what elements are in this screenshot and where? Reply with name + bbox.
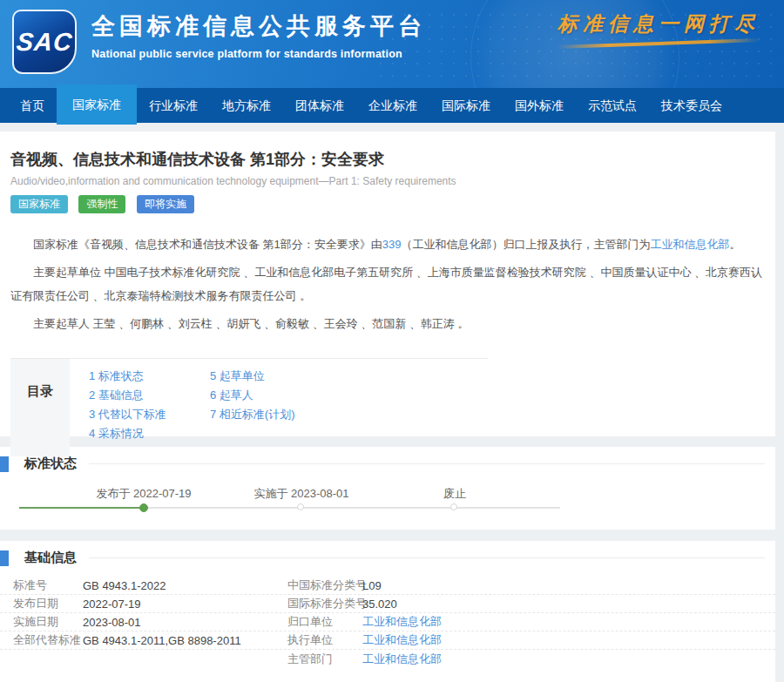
slogan-wrap: 标准信息一网打尽	[558, 10, 760, 45]
toc-item-basic-info[interactable]: 2 基础信息	[89, 386, 210, 405]
timeline-label-published: 发布于 2022-07-19	[96, 486, 191, 502]
standard-overview-block: 音视频、信息技术和通信技术设备 第1部分：安全要求 Audio/video,in…	[0, 132, 775, 436]
row-link-centralized-unit[interactable]: 工业和信息化部	[362, 614, 775, 630]
paragraph-drafters: 主要起草人 王莹 、何鹏林 、刘云柱 、胡妍飞 、俞毅敏 、王会玲 、范国新 、…	[10, 312, 765, 335]
basic-info-section: 基础信息 标准号 GB 4943.1-2022 中国标准分类号 L09 发布日期…	[0, 541, 775, 682]
nav-item-industry-standards[interactable]: 行业标准	[137, 88, 210, 123]
row-value-ccs-code: L09	[362, 579, 775, 592]
main-nav: 首页 国家标准 行业标准 地方标准 团体标准 企业标准 国际标准 国外标准 示范…	[0, 88, 784, 123]
row-link-competent-department[interactable]: 工业和信息化部	[362, 652, 775, 667]
row-label-standard-number: 标准号	[0, 577, 83, 593]
section-divider-line	[89, 463, 765, 464]
badge-upcoming-implementation: 即将实施	[137, 195, 194, 213]
paragraph-governance: 国家标准《音视频、信息技术和通信技术设备 第1部分：安全要求》由339（工业和信…	[10, 233, 765, 256]
paragraph-governance-suffix: 。	[730, 238, 741, 251]
row-link-executing-unit[interactable]: 工业和信息化部	[362, 632, 775, 648]
toc-columns: 1 标准状态 2 基础信息 3 代替以下标准 4 采标情况 5 起草单位 6 起…	[70, 359, 331, 456]
spacer	[0, 530, 784, 541]
toc-item-adoption-status[interactable]: 4 采标情况	[89, 424, 210, 443]
paragraph-governance-prefix: 国家标准《音视频、信息技术和通信技术设备 第1部分：安全要求》由	[33, 238, 382, 251]
nav-item-enterprise-standards[interactable]: 企业标准	[356, 88, 429, 123]
standard-status-section: 标准状态 发布于 2022-07-19 实施于 2023-08-01 废止	[0, 447, 775, 530]
row-label-replaced-standards: 全部代替标准	[0, 632, 83, 648]
timeline-label-implemented: 实施于 2023-08-01	[253, 486, 348, 502]
header-titles: 全国标准信息公共服务平台 National public service pla…	[91, 10, 426, 60]
nav-item-home[interactable]: 首页	[8, 88, 57, 123]
badge-row: 国家标准 强制性 即将实施	[10, 195, 765, 213]
section-marker	[0, 550, 9, 566]
table-row: 标准号 GB 4943.1-2022 中国标准分类号 L09	[0, 577, 775, 595]
sac-logo[interactable]: SAC	[12, 10, 77, 74]
row-label-centralized-unit: 归口单位	[287, 614, 362, 630]
row-label-publish-date: 发布日期	[0, 596, 83, 611]
site-header: SAC 全国标准信息公共服务平台 National public service…	[0, 0, 784, 88]
row-label-executing-unit: 执行单位	[287, 632, 362, 648]
standard-title-en: Audio/video,information and communicatio…	[10, 175, 765, 187]
toc-item-drafters[interactable]: 6 起草人	[210, 386, 331, 405]
section-divider-line	[89, 557, 765, 558]
paragraph-drafting-organizations: 主要起草单位 中国电子技术标准化研究院 、工业和信息化部电子第五研究所 、上海市…	[10, 260, 765, 307]
status-timeline: 发布于 2022-07-19 实施于 2023-08-01 废止	[0, 472, 775, 520]
nav-item-pilot-demos[interactable]: 示范试点	[576, 88, 649, 123]
badge-national-standard: 国家标准	[10, 195, 68, 213]
table-row: 主管部门 工业和信息化部	[0, 650, 775, 668]
row-value-standard-number: GB 4943.1-2022	[83, 579, 287, 592]
basic-info-section-title: 基础信息	[24, 550, 77, 566]
timeline-dot-published	[139, 503, 148, 512]
standard-title: 音视频、信息技术和通信技术设备 第1部分：安全要求	[10, 149, 765, 170]
toc-column-1: 1 标准状态 2 基础信息 3 代替以下标准 4 采标情况	[89, 367, 210, 456]
row-label-competent-department: 主管部门	[287, 652, 362, 667]
timeline-dot-abolished	[450, 503, 457, 510]
basic-info-table: 标准号 GB 4943.1-2022 中国标准分类号 L09 发布日期 2022…	[0, 577, 775, 668]
site-subtitle-en: National public service platform for sta…	[91, 48, 426, 60]
nav-item-international-standards[interactable]: 国际标准	[429, 88, 503, 123]
toc-label: 目录	[10, 359, 70, 456]
section-marker	[0, 456, 9, 472]
site-title: 全国标准信息公共服务平台	[91, 10, 426, 42]
timeline-track-completed	[19, 507, 144, 509]
toc-item-similar-standards[interactable]: 7 相近标准(计划)	[210, 405, 331, 424]
table-row: 实施日期 2023-08-01 归口单位 工业和信息化部	[0, 613, 775, 631]
nav-item-local-standards[interactable]: 地方标准	[210, 88, 283, 123]
toc-item-replaced-standards[interactable]: 3 代替以下标准	[89, 405, 210, 424]
timeline-dot-implemented	[297, 503, 304, 510]
row-label-implementation-date: 实施日期	[0, 614, 83, 630]
table-row: 发布日期 2022-07-19 国际标准分类号 35.020	[0, 595, 775, 613]
nav-item-technical-committees[interactable]: 技术委员会	[649, 88, 734, 123]
row-value-publish-date: 2022-07-19	[83, 598, 287, 611]
paragraph-governance-mid: （工业和信息化部）归口上报及执行，主管部门为	[402, 238, 651, 251]
row-label-ics-code: 国际标准分类号	[287, 596, 362, 611]
nav-item-group-standards[interactable]: 团体标准	[283, 88, 356, 123]
toc-item-standard-status[interactable]: 1 标准状态	[89, 367, 210, 386]
row-value-implementation-date: 2023-08-01	[83, 616, 287, 629]
link-miit[interactable]: 工业和信息化部	[651, 238, 730, 251]
basic-info-section-header: 基础信息	[0, 541, 775, 566]
toc-column-2: 5 起草单位 6 起草人 7 相近标准(计划)	[210, 367, 331, 456]
row-value-replaced-standards: GB 4943.1-2011,GB 8898-2011	[83, 634, 287, 647]
sac-logo-text: SAC	[15, 28, 74, 57]
table-row: 全部代替标准 GB 4943.1-2011,GB 8898-2011 执行单位 …	[0, 631, 775, 650]
slogan-calligraphy: 标准信息一网打尽	[558, 10, 760, 37]
toc-item-drafting-organizations[interactable]: 5 起草单位	[210, 367, 331, 386]
link-339[interactable]: 339	[382, 238, 402, 251]
badge-mandatory: 强制性	[78, 195, 125, 213]
status-section-title: 标准状态	[24, 456, 77, 472]
nav-item-national-standards[interactable]: 国家标准	[57, 84, 137, 125]
timeline-label-abolished: 废止	[443, 486, 466, 502]
row-value-ics-code: 35.020	[362, 598, 775, 611]
row-label-ccs-code: 中国标准分类号	[287, 577, 362, 593]
nav-item-foreign-standards[interactable]: 国外标准	[503, 88, 576, 123]
